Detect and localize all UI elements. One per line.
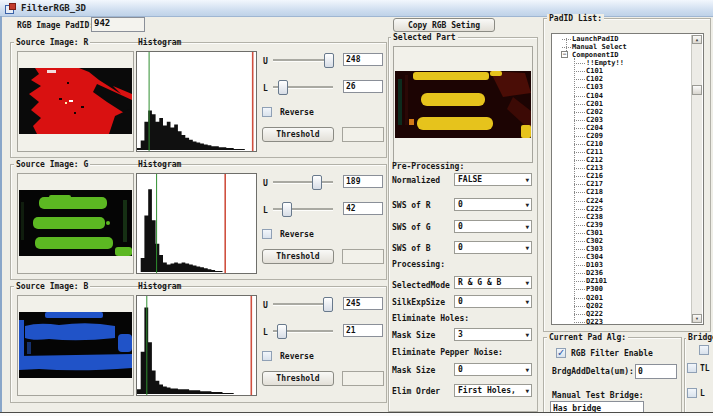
reverse-label-g: Reverse — [280, 230, 314, 239]
tree-item[interactable]: C204 — [552, 124, 692, 132]
tree-item[interactable]: C102 — [552, 75, 692, 83]
tree-item-label: Q223 — [586, 318, 603, 325]
tree-item[interactable]: C217 — [552, 180, 692, 188]
tree-item[interactable]: D236 — [552, 269, 692, 277]
tree-item[interactable]: C301 — [552, 229, 692, 237]
tree-item[interactable]: C216 — [552, 172, 692, 180]
tree-item-label: C102 — [586, 75, 603, 83]
scrollbar-thumb[interactable] — [692, 85, 702, 95]
threshold-button-r[interactable]: Threshold — [262, 127, 334, 142]
threshold-button-b[interactable]: Threshold — [262, 371, 334, 386]
tree-item[interactable]: Q202 — [552, 302, 692, 310]
holes-mask-size-dropdown[interactable]: 3 — [454, 328, 532, 341]
current-pad-alg-label: Current Pad Alg: — [547, 333, 628, 342]
tree-item[interactable]: C239 — [552, 221, 692, 229]
tree-item[interactable]: C218 — [552, 188, 692, 196]
scroll-down-icon[interactable]: ▼ — [692, 314, 702, 323]
tree-item[interactable]: C302 — [552, 237, 692, 245]
u-slider-thumb-b[interactable] — [323, 297, 333, 312]
u-slider-thumb-g[interactable] — [312, 175, 322, 190]
reverse-checkbox-b[interactable] — [262, 351, 272, 361]
u-value-g[interactable] — [343, 175, 383, 188]
tree-item[interactable]: C224 — [552, 197, 692, 205]
pepper-mask-size-dropdown[interactable]: 0 — [454, 363, 532, 376]
pad-id-list-panel: PadID List: LaunchPadIDManual Select−Com… — [543, 14, 711, 332]
l-slider-thumb-r[interactable] — [278, 80, 288, 95]
pad-tree[interactable]: LaunchPadIDManual Select−ComponentID!!Em… — [551, 33, 704, 325]
u-value-b[interactable] — [343, 297, 383, 310]
l-label-r: L — [263, 84, 268, 93]
tree-item[interactable]: C304 — [552, 253, 692, 261]
tree-item-label: D236 — [586, 269, 603, 277]
tree-item[interactable]: C201 — [552, 100, 692, 108]
tree-item-label: C210 — [586, 140, 603, 148]
tree-item[interactable]: Q223 — [552, 318, 692, 325]
tree-item[interactable]: DZ101 — [552, 277, 692, 285]
reverse-checkbox-r[interactable] — [262, 107, 272, 117]
pad-id-list-label: PadID List: — [547, 14, 604, 23]
tree-item[interactable]: C203 — [552, 116, 692, 124]
collapse-icon[interactable]: − — [561, 51, 568, 58]
sws-g-dropdown[interactable]: 0 — [454, 220, 532, 233]
tree-item[interactable]: C303 — [552, 245, 692, 253]
rgb-filter-checkbox[interactable] — [556, 348, 566, 358]
copy-rgb-setting-button[interactable]: Copy RGB Seting — [393, 18, 495, 32]
tree-item[interactable]: C238 — [552, 213, 692, 221]
normalized-dropdown[interactable]: FALSE — [454, 173, 532, 186]
tree-item[interactable]: C209 — [552, 132, 692, 140]
l-slider-thumb-b[interactable] — [277, 324, 287, 339]
selected-part-image — [393, 46, 533, 163]
tree-item[interactable]: C212 — [552, 156, 692, 164]
tree-item-label: ComponentID — [572, 51, 618, 59]
l-slider-r[interactable] — [273, 80, 333, 94]
l-value-g[interactable] — [343, 202, 383, 215]
l-slider-thumb-g[interactable] — [282, 202, 292, 217]
u-slider-g[interactable] — [273, 175, 333, 189]
tree-item-label: C201 — [586, 100, 603, 108]
bridge-checkbox-tl[interactable] — [687, 363, 697, 373]
histogram-label-b: Histogram — [136, 282, 183, 291]
tree-item[interactable]: LaunchPadID — [552, 35, 692, 43]
l-value-b[interactable] — [343, 324, 383, 337]
bridge-checkbox-partial[interactable] — [699, 345, 709, 355]
tree-rows: LaunchPadIDManual Select−ComponentID!!Em… — [552, 35, 692, 324]
tree-item-label: C203 — [586, 116, 603, 124]
tree-item[interactable]: −ComponentID — [552, 51, 692, 59]
u-value-r[interactable] — [343, 53, 383, 66]
tree-item[interactable]: Manual Select — [552, 43, 692, 51]
sws-r-dropdown[interactable]: 0 — [454, 198, 532, 211]
u-label-b: U — [263, 301, 268, 310]
l-value-r[interactable] — [343, 80, 383, 93]
tree-item[interactable]: !!Empty!! — [552, 59, 692, 67]
u-slider-thumb-r[interactable] — [324, 53, 334, 68]
sws-b-dropdown[interactable]: 0 — [454, 241, 532, 254]
bridge-checkbox-l[interactable] — [687, 388, 697, 398]
silk-exp-size-dropdown[interactable]: 0 — [454, 295, 532, 308]
bridge-delta-label: BrdgAddDelta(um): — [552, 367, 634, 376]
tree-item[interactable]: P300 — [552, 285, 692, 293]
tree-item[interactable]: Q222 — [552, 310, 692, 318]
tree-item[interactable]: C225 — [552, 205, 692, 213]
tree-item[interactable]: C213 — [552, 164, 692, 172]
tree-item[interactable]: C103 — [552, 83, 692, 91]
l-label-b: L — [263, 328, 268, 337]
u-slider-b[interactable] — [273, 297, 333, 311]
tree-scrollbar[interactable]: ▲ ▼ — [691, 35, 702, 323]
tree-item[interactable]: C202 — [552, 108, 692, 116]
threshold-button-g[interactable]: Threshold — [262, 249, 334, 264]
bridge-delta-field[interactable] — [635, 364, 677, 379]
l-slider-b[interactable] — [273, 324, 333, 338]
tree-item[interactable]: C211 — [552, 148, 692, 156]
tree-item[interactable]: C104 — [552, 92, 692, 100]
tree-item[interactable]: C101 — [552, 67, 692, 75]
elim-order-label: Elim Order — [392, 387, 440, 396]
selected-mode-dropdown[interactable]: R & G & B — [454, 276, 532, 289]
tree-item[interactable]: C210 — [552, 140, 692, 148]
tree-item[interactable]: Q201 — [552, 294, 692, 302]
elim-order-dropdown[interactable]: First Holes, — [454, 384, 532, 397]
u-slider-r[interactable] — [273, 53, 333, 67]
tree-item[interactable]: D103 — [552, 261, 692, 269]
l-slider-g[interactable] — [273, 202, 333, 216]
reverse-checkbox-g[interactable] — [262, 229, 272, 239]
scroll-up-icon[interactable]: ▲ — [692, 35, 702, 44]
